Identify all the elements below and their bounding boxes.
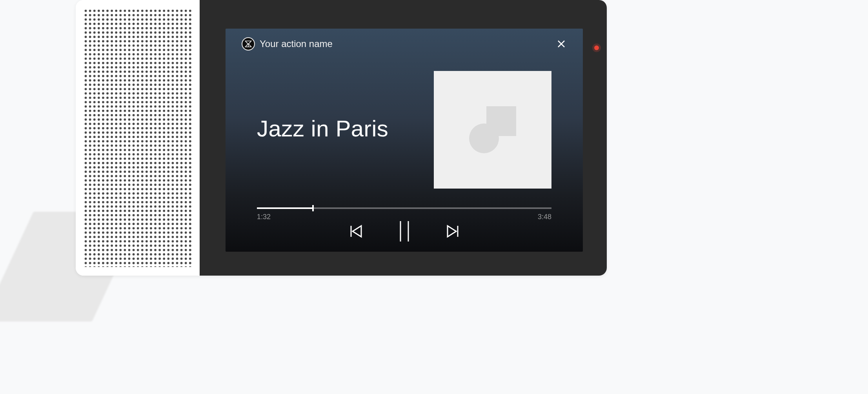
playback-controls	[226, 220, 583, 242]
progress-section: 1:32 3:48	[257, 207, 551, 221]
progress-fill	[257, 207, 313, 209]
speaker-grill	[76, 0, 200, 276]
skip-previous-icon	[349, 224, 363, 238]
action-name-label: Your action name	[260, 38, 333, 49]
smart-display-device: Your action name Jazz in Paris	[76, 0, 607, 276]
progress-handle[interactable]	[312, 205, 314, 211]
card-header: Your action name	[226, 29, 583, 51]
time-elapsed: 1:32	[257, 213, 271, 221]
album-art	[434, 71, 551, 189]
time-duration: 3:48	[538, 213, 551, 221]
svg-marker-6	[448, 226, 456, 237]
app-icon	[242, 37, 255, 51]
pause-button[interactable]	[397, 220, 412, 242]
skip-next-icon	[446, 224, 460, 238]
close-button[interactable]	[555, 38, 567, 50]
svg-marker-3	[353, 226, 361, 237]
next-button[interactable]	[446, 224, 460, 238]
pause-icon	[397, 220, 412, 242]
display-screen: Your action name Jazz in Paris	[200, 0, 607, 276]
track-title: Jazz in Paris	[257, 115, 388, 142]
album-placeholder-icon	[469, 106, 516, 153]
recording-indicator	[594, 45, 599, 50]
speaker-dots	[84, 9, 192, 267]
time-row: 1:32 3:48	[257, 213, 551, 221]
progress-bar[interactable]	[257, 207, 551, 209]
close-icon	[557, 39, 566, 49]
previous-button[interactable]	[349, 224, 363, 238]
media-player-card: Your action name Jazz in Paris	[226, 29, 583, 252]
